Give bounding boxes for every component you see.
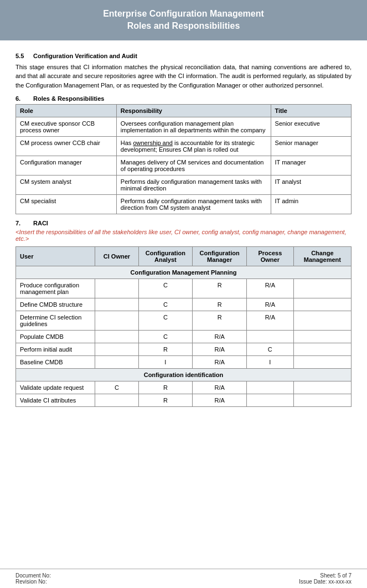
section-55-heading: 5.5 Configuration Verification and Audit bbox=[15, 53, 352, 59]
doc-no-label: Document No: bbox=[15, 572, 51, 579]
raci-user-cell: Validate CI attributes bbox=[16, 394, 95, 407]
raci-change-mgmt-cell bbox=[293, 343, 351, 356]
header-title: Enterprise Configuration Management Role… bbox=[11, 8, 356, 33]
raci-user-cell: Define CMDB structure bbox=[16, 298, 95, 311]
section-7-title: RACI bbox=[33, 220, 48, 226]
raci-config-analyst-cell: R bbox=[138, 343, 193, 356]
raci-process-owner-cell bbox=[247, 331, 294, 343]
raci-user-cell: Populate CMDB bbox=[16, 331, 95, 343]
table-row: Populate CMDB C R/A bbox=[16, 331, 352, 343]
table-row: Perform initial audit R R/A C bbox=[16, 343, 352, 356]
page: Enterprise Configuration Management Role… bbox=[0, 0, 367, 588]
section-6-title: Roles & Responsibilities bbox=[33, 95, 104, 102]
raci-section-title: Configuration identification bbox=[16, 369, 352, 381]
raci-config-analyst-cell: I bbox=[138, 356, 193, 369]
title-cell: Senior executive bbox=[271, 117, 351, 137]
responsibility-cell: Oversees configuration management plan i… bbox=[116, 117, 271, 137]
role-cell: CM system analyst bbox=[16, 176, 117, 195]
table-row: Validate update request C R R/A bbox=[16, 381, 352, 394]
raci-section-header: Configuration Management Planning bbox=[16, 266, 352, 279]
raci-change-mgmt-cell bbox=[293, 356, 351, 369]
raci-process-owner-cell bbox=[247, 394, 294, 407]
title-cell: Senior manager bbox=[271, 137, 351, 156]
role-cell: CM executive sponsor CCB process owner bbox=[16, 117, 117, 137]
responsibility-cell: Manages delivery of CM services and docu… bbox=[116, 156, 271, 176]
raci-col-change-mgmt: Change Management bbox=[293, 247, 351, 266]
responsibility-cell: Performs daily configuration management … bbox=[116, 195, 271, 214]
raci-change-mgmt-cell bbox=[293, 311, 351, 331]
raci-col-config-analyst: Configuration Analyst bbox=[138, 247, 193, 266]
raci-col-user: User bbox=[16, 247, 95, 266]
raci-change-mgmt-cell bbox=[293, 381, 351, 394]
raci-config-analyst-cell: C bbox=[138, 311, 193, 331]
raci-config-manager-cell: R bbox=[193, 298, 247, 311]
raci-config-manager-cell: R/A bbox=[193, 343, 247, 356]
page-header: Enterprise Configuration Management Role… bbox=[0, 0, 367, 40]
section-6-heading: 6. Roles & Responsibilities bbox=[15, 95, 352, 102]
raci-process-owner-cell: R/A bbox=[247, 279, 294, 298]
raci-ci-owner-cell bbox=[95, 343, 138, 356]
raci-config-analyst-cell: C bbox=[138, 331, 193, 343]
revision-label: Revision No: bbox=[15, 579, 51, 585]
footer-right: Sheet: 5 of 7 Issue Date: xx-xxx-xx bbox=[299, 572, 352, 585]
raci-process-owner-cell bbox=[247, 381, 294, 394]
table-row: Determine CI selection guidelines C R R/… bbox=[16, 311, 352, 331]
raci-ci-owner-cell bbox=[95, 356, 138, 369]
raci-config-manager-cell: R/A bbox=[193, 331, 247, 343]
raci-user-cell: Determine CI selection guidelines bbox=[16, 311, 95, 331]
raci-config-manager-cell: R/A bbox=[193, 394, 247, 407]
raci-user-cell: Produce configuration management plan bbox=[16, 279, 95, 298]
main-content: 5.5 Configuration Verification and Audit… bbox=[0, 40, 367, 569]
header-line2: Roles and Responsibilities bbox=[127, 21, 240, 30]
page-footer: Document No: Revision No: Sheet: 5 of 7 … bbox=[0, 569, 367, 588]
raci-config-manager-cell: R/A bbox=[193, 381, 247, 394]
raci-config-manager-cell: R bbox=[193, 279, 247, 298]
raci-ci-owner-cell bbox=[95, 331, 138, 343]
section-55-number: 5.5 bbox=[15, 53, 33, 59]
raci-section-title: Configuration Management Planning bbox=[16, 266, 352, 279]
table-row: Validate CI attributes R R/A bbox=[16, 394, 352, 407]
raci-config-manager-cell: R/A bbox=[193, 356, 247, 369]
raci-user-cell: Validate update request bbox=[16, 381, 95, 394]
raci-config-analyst-cell: R bbox=[138, 394, 193, 407]
roles-col-title: Title bbox=[271, 105, 351, 117]
raci-change-mgmt-cell bbox=[293, 298, 351, 311]
title-cell: IT analyst bbox=[271, 176, 351, 195]
table-row: Baseline CMDB I R/A I bbox=[16, 356, 352, 369]
table-row: CM specialist Performs daily configurati… bbox=[16, 195, 352, 214]
raci-col-config-manager: Configuration Manager bbox=[193, 247, 247, 266]
issue-label: Issue Date: xx-xxx-xx bbox=[299, 579, 352, 585]
table-row: Produce configuration management plan C … bbox=[16, 279, 352, 298]
raci-change-mgmt-cell bbox=[293, 279, 351, 298]
roles-col-responsibility: Responsibility bbox=[116, 105, 271, 117]
raci-col-ci-owner: CI Owner bbox=[95, 247, 138, 266]
role-cell: Configuration manager bbox=[16, 156, 117, 176]
raci-change-mgmt-cell bbox=[293, 331, 351, 343]
role-cell: CM process owner CCB chair bbox=[16, 137, 117, 156]
raci-config-analyst-cell: R bbox=[138, 381, 193, 394]
role-cell: CM specialist bbox=[16, 195, 117, 214]
raci-process-owner-cell: C bbox=[247, 343, 294, 356]
raci-ci-owner-cell bbox=[95, 298, 138, 311]
raci-process-owner-cell: R/A bbox=[247, 298, 294, 311]
table-row: Configuration manager Manages delivery o… bbox=[16, 156, 352, 176]
raci-placeholder: <Insert the responsibilities of all the … bbox=[15, 229, 352, 242]
raci-user-cell: Perform initial audit bbox=[16, 343, 95, 356]
raci-ci-owner-cell bbox=[95, 394, 138, 407]
raci-col-process-owner: Process Owner bbox=[247, 247, 294, 266]
roles-col-role: Role bbox=[16, 105, 117, 117]
title-cell: IT admin bbox=[271, 195, 351, 214]
raci-change-mgmt-cell bbox=[293, 394, 351, 407]
ownership-link: ownership and bbox=[133, 140, 173, 146]
table-row: CM executive sponsor CCB process owner O… bbox=[16, 117, 352, 137]
section-6-number: 6. bbox=[15, 95, 33, 102]
responsibility-cell: Has ownership and is accountable for its… bbox=[116, 137, 271, 156]
raci-table: User CI Owner Configuration Analyst Conf… bbox=[15, 246, 352, 407]
raci-ci-owner-cell bbox=[95, 279, 138, 298]
table-row: CM process owner CCB chair Has ownership… bbox=[16, 137, 352, 156]
footer-left: Document No: Revision No: bbox=[15, 572, 51, 585]
raci-config-analyst-cell: C bbox=[138, 298, 193, 311]
sheet-label: Sheet: 5 of 7 bbox=[299, 572, 352, 579]
raci-section-header: Configuration identification bbox=[16, 369, 352, 381]
responsibility-cell: Performs daily configuration management … bbox=[116, 176, 271, 195]
